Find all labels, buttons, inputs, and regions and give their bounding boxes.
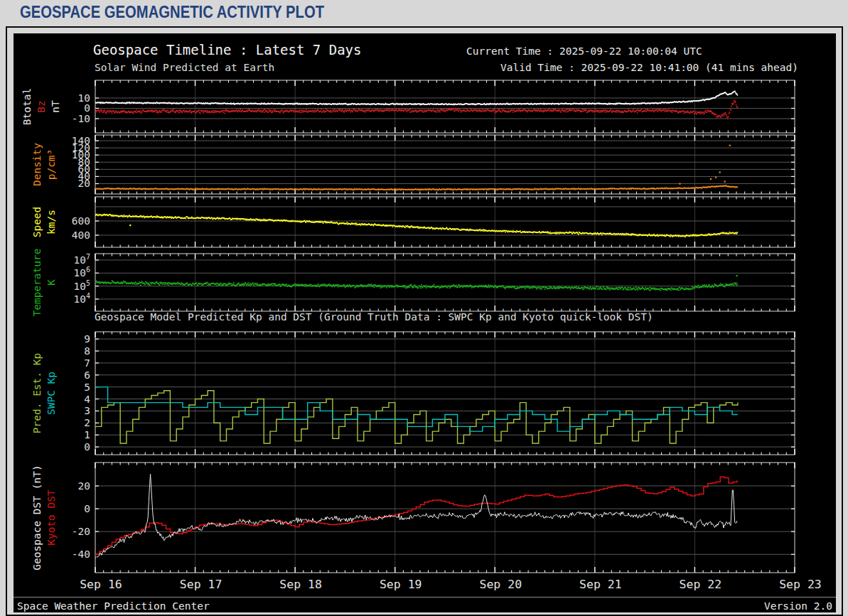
ytick-label: 106: [74, 266, 91, 279]
ylabel-speed-0: Speed: [31, 207, 43, 238]
ytick-label: 104: [74, 292, 91, 305]
plot-frame: Geospace Timeline : Latest 7 Days Curren…: [6, 26, 843, 616]
panel-kp: 9876543210Pred. Est. KpSWPC Kp: [31, 332, 795, 455]
panel-temp: 107106105104TemperatureK: [31, 248, 795, 316]
ytick-label: 2: [84, 417, 90, 428]
ytick-label: 20: [78, 480, 90, 492]
ytick-label: 400: [72, 229, 90, 241]
timeline-chart-svg: 100-10BtotalBznT14012010080604020Density…: [14, 33, 836, 612]
ytick-label: 7: [84, 357, 90, 369]
x-axis-label: Sep 22: [680, 578, 722, 591]
x-axis-label: Sep 17: [180, 578, 222, 591]
ylabel-speed-1: km/s: [45, 210, 57, 234]
plot-canvas: Geospace Timeline : Latest 7 Days Curren…: [14, 33, 836, 612]
ytick-label: 5: [84, 382, 90, 393]
footer-credit: Space Weather Prediction Center: [17, 600, 210, 612]
ytick-label: -40: [72, 549, 90, 560]
panel-dst: 200-20-40Geospace DST (nT)Kyoto DST: [31, 463, 795, 573]
ylabel-density-0: Density: [31, 143, 43, 186]
ylabel-mag-2: nT: [50, 100, 61, 113]
x-axis-label: Sep 21: [579, 578, 622, 591]
series-temperature: [95, 275, 738, 291]
series-pred-est-kp: [95, 391, 738, 443]
header-bar: GEOSPACE GEOMAGNETIC ACTIVITY PLOT: [0, 0, 848, 24]
ylabel-density-1: p/cm³: [45, 149, 57, 180]
ytick-label: -20: [72, 526, 90, 537]
footer-version: Version 2.0: [764, 600, 832, 612]
ylabel-dst-1: Kyoto DST: [45, 490, 57, 546]
ylabel-temp-1: K: [45, 279, 57, 286]
ytick-label: 107: [74, 253, 91, 266]
footer-divider: [14, 597, 836, 598]
ytick-label: 20: [78, 178, 90, 189]
ytick-label: 3: [84, 405, 90, 416]
ytick-label: 1: [84, 429, 90, 441]
x-axis-label: Sep 18: [279, 578, 322, 591]
ytick-label: -10: [72, 113, 90, 124]
ytick-label: 6: [84, 369, 90, 381]
ytick-label: 0: [84, 441, 90, 453]
x-axis-label: Sep 19: [380, 578, 422, 591]
ytick-label: 600: [72, 215, 90, 227]
panel-speed: 600400Speedkm/s: [31, 197, 795, 247]
chart-area: 100-10BtotalBznT14012010080604020Density…: [14, 33, 836, 612]
ylabel-kp-1: SWPC Kp: [45, 372, 57, 415]
series-swpc-kp: [95, 387, 738, 431]
ylabel-temp-0: Temperature: [31, 248, 43, 316]
x-axis-label: Sep 20: [479, 578, 522, 591]
ylabel-mag-0: Btotal: [21, 88, 33, 125]
ylabel-dst-0: Geospace DST (nT): [31, 465, 43, 570]
page-title: GEOSPACE GEOMAGNETIC ACTIVITY PLOT: [20, 3, 324, 22]
series-geospace-dst: [95, 474, 737, 558]
ytick-label: 9: [84, 333, 90, 345]
series-speed: [95, 214, 738, 238]
ytick-label: 105: [74, 279, 91, 292]
ytick-label: 4: [84, 394, 90, 405]
ylabel-mag-1: Bz: [36, 100, 47, 112]
panel-mag: 100-10BtotalBznT: [21, 80, 795, 133]
x-axis-label: Sep 23: [779, 578, 822, 591]
ytick-label: 0: [84, 503, 90, 514]
x-axis-labels: Sep 16Sep 17Sep 18Sep 19Sep 20Sep 21Sep …: [80, 578, 822, 591]
panel-density: 14012010080604020Densityp/cm³: [31, 135, 795, 194]
ylabel-kp-0: Pred. Est. Kp: [31, 353, 43, 434]
x-axis-label: Sep 16: [80, 578, 122, 591]
ytick-label: 8: [84, 345, 90, 357]
